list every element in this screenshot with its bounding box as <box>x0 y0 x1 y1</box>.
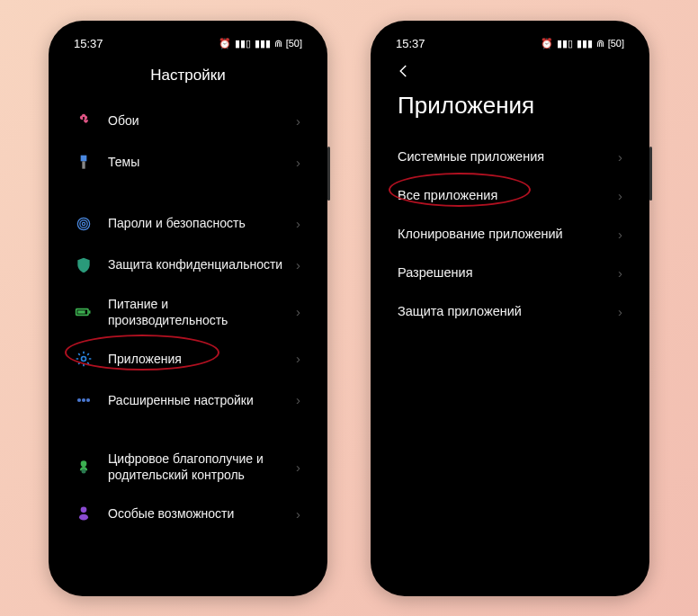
screen-right: 15:37 ⏰ ▮▮▯ ▮▮▮ ⋒ [50] Приложения Систем… <box>380 30 640 587</box>
row-label: Темы <box>108 154 289 170</box>
settings-row-battery[interactable]: Питание и производительность› <box>58 286 318 338</box>
signal-icon: ▮▮▯ <box>557 38 573 49</box>
row-label: Клонирование приложений <box>398 227 563 241</box>
svg-point-15 <box>79 514 88 521</box>
battery-icon: [50] <box>608 38 624 49</box>
apps-row-clone-apps[interactable]: Клонирование приложений› <box>380 215 640 254</box>
status-icons: ⏰ ▮▮▯ ▮▮▮ ⋒ [50] <box>541 38 624 49</box>
back-button[interactable] <box>380 54 640 86</box>
fingerprint-icon <box>74 214 94 234</box>
row-label: Системные приложения <box>398 149 544 164</box>
svg-rect-0 <box>81 155 87 161</box>
apps-row-system-apps[interactable]: Системные приложения› <box>380 138 640 176</box>
row-label: Цифровое благополучие и родительский кон… <box>108 451 289 483</box>
flower-icon <box>74 112 94 131</box>
settings-row-advanced[interactable]: Расширенные настройки› <box>58 379 318 421</box>
settings-section: Обои›Темы› <box>58 101 318 183</box>
chevron-right-icon: › <box>296 460 300 475</box>
chevron-right-icon: › <box>296 113 300 129</box>
row-label: Особые возможности <box>108 505 289 522</box>
page-title: Настройки <box>58 54 318 101</box>
row-label: Защита конфиденциальности <box>108 256 289 272</box>
svg-rect-1 <box>82 161 85 168</box>
status-icons: ⏰ ▮▮▯ ▮▮▮ ⋒ [50] <box>219 38 302 49</box>
wifi-icon: ⋒ <box>596 38 604 49</box>
apps-row-app-lock[interactable]: Защита приложений› <box>380 292 640 331</box>
row-label: Пароли и безопасность <box>108 215 289 231</box>
settings-list[interactable]: Обои›Темы›Пароли и безопасность›Защита к… <box>58 101 318 535</box>
row-label: Защита приложений <box>398 304 522 318</box>
dots-icon <box>74 390 94 410</box>
phone-right: 15:37 ⏰ ▮▮▯ ▮▮▮ ⋒ [50] Приложения Систем… <box>371 21 649 596</box>
svg-point-10 <box>82 398 85 402</box>
battery-icon: [50] <box>286 38 302 49</box>
apps-list[interactable]: Системные приложения›Все приложения›Клон… <box>380 138 640 331</box>
settings-section: Пароли и безопасность›Защита конфиденциа… <box>58 203 318 421</box>
svg-point-12 <box>81 460 87 467</box>
screen-left: 15:37 ⏰ ▮▮▯ ▮▮▮ ⋒ [50] Настройки Обои›Те… <box>58 30 318 587</box>
svg-rect-7 <box>89 310 91 313</box>
settings-row-themes[interactable]: Темы› <box>58 142 318 183</box>
alarm-icon: ⏰ <box>219 38 231 49</box>
chevron-right-icon: › <box>618 304 622 319</box>
status-time: 15:37 <box>396 37 425 50</box>
battery-icon <box>74 302 94 322</box>
settings-row-privacy[interactable]: Защита конфиденциальности› <box>58 245 318 286</box>
chevron-right-icon: › <box>296 257 300 272</box>
wifi-icon: ⋒ <box>274 38 282 49</box>
gear-icon <box>74 349 94 369</box>
svg-point-3 <box>80 219 87 227</box>
chevron-right-icon: › <box>618 265 622 281</box>
settings-row-accessibility[interactable]: Особые возможности› <box>58 493 318 534</box>
phone-left: 15:37 ⏰ ▮▮▯ ▮▮▮ ⋒ [50] Настройки Обои›Те… <box>49 21 327 596</box>
svg-point-8 <box>82 356 86 361</box>
row-label: Все приложения <box>398 188 497 202</box>
svg-rect-6 <box>77 310 85 313</box>
apps-row-all-apps[interactable]: Все приложения› <box>380 176 640 215</box>
settings-row-wallpaper[interactable]: Обои› <box>58 101 318 142</box>
apps-row-permissions[interactable]: Разрешения› <box>380 254 640 292</box>
chevron-right-icon: › <box>296 304 300 319</box>
person-icon <box>74 504 94 523</box>
page-title: Приложения <box>380 86 640 138</box>
alarm-icon: ⏰ <box>541 38 553 49</box>
row-label: Приложения <box>108 351 289 367</box>
chevron-right-icon: › <box>296 351 300 366</box>
svg-point-11 <box>86 398 90 402</box>
row-label: Обои <box>108 112 289 129</box>
svg-point-4 <box>82 222 85 225</box>
signal2-icon: ▮▮▮ <box>255 38 271 49</box>
row-label: Питание и производительность <box>108 296 289 328</box>
signal-icon: ▮▮▯ <box>235 38 251 49</box>
chevron-right-icon: › <box>618 227 622 242</box>
settings-section: Цифровое благополучие и родительский кон… <box>58 441 318 534</box>
heart-icon <box>74 457 94 477</box>
row-label: Разрешения <box>398 265 473 280</box>
status-bar: 15:37 ⏰ ▮▮▯ ▮▮▮ ⋒ [50] <box>380 30 640 54</box>
row-label: Расширенные настройки <box>108 392 289 408</box>
signal2-icon: ▮▮▮ <box>577 38 593 49</box>
brush-icon <box>74 153 94 173</box>
chevron-right-icon: › <box>296 506 300 522</box>
chevron-right-icon: › <box>296 392 300 407</box>
settings-row-wellbeing[interactable]: Цифровое благополучие и родительский кон… <box>58 441 318 493</box>
shield-icon <box>74 255 94 275</box>
svg-point-9 <box>77 398 81 402</box>
status-bar: 15:37 ⏰ ▮▮▯ ▮▮▮ ⋒ [50] <box>58 30 318 54</box>
svg-point-14 <box>81 507 87 513</box>
chevron-right-icon: › <box>618 149 622 165</box>
chevron-right-icon: › <box>296 155 300 170</box>
status-time: 15:37 <box>74 37 103 50</box>
svg-point-13 <box>82 469 86 474</box>
chevron-right-icon: › <box>296 216 300 231</box>
settings-row-security[interactable]: Пароли и безопасность› <box>58 203 318 245</box>
arrow-left-icon <box>396 63 412 79</box>
settings-row-apps[interactable]: Приложения› <box>58 338 318 379</box>
chevron-right-icon: › <box>618 188 622 203</box>
